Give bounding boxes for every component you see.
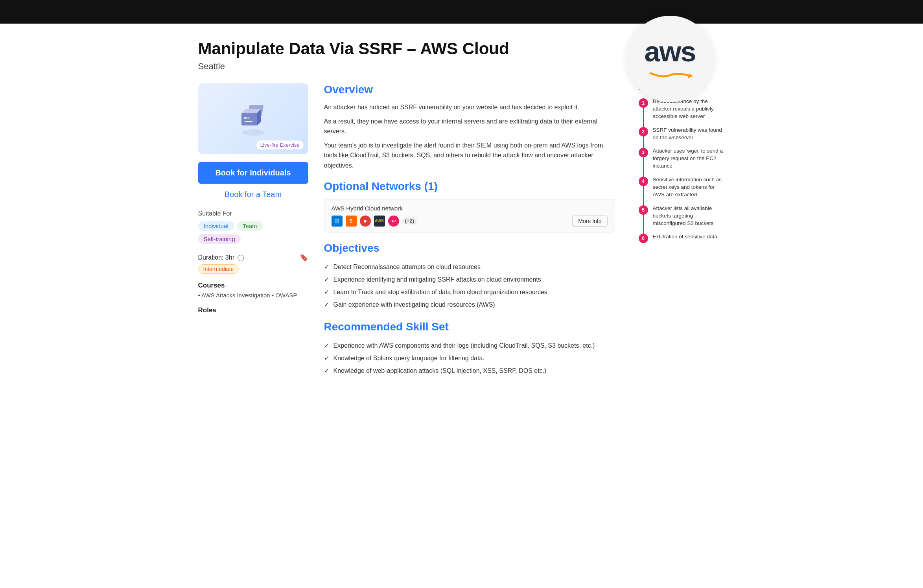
courses-label: Courses <box>198 282 308 289</box>
duration-section: Duration: 3hr i 🔖 Intermediate <box>198 253 308 274</box>
flow-text-5: Attacker lists all available buckets tar… <box>653 205 725 227</box>
flow-step-2: 2 SSRF vulnerability was found on the we… <box>639 127 725 142</box>
network-icons-row: ⊞ S ● AWS ↩ (+2) More Info <box>332 216 608 227</box>
main-layout: Live-fire Exercise Book for Individuals … <box>198 83 725 393</box>
overview-title: Overview <box>324 83 615 96</box>
more-info-button[interactable]: More Info <box>572 216 607 227</box>
objective-item: Detect Reconnaissance attempts on cloud … <box>324 261 615 273</box>
aws-logo-arrow <box>647 67 694 79</box>
level-badge: Intermediate <box>198 264 239 274</box>
flow-text-2: SSRF vulnerability was found on the webs… <box>653 127 725 142</box>
suitable-for-section: Suitable For Individual Team Self-traini… <box>198 210 308 244</box>
tag-row: Individual Team Self-training <box>198 221 308 244</box>
svg-rect-3 <box>241 113 257 125</box>
aws-logo-container: aws <box>627 16 713 102</box>
flow-text-4: Sensitive information such as secret key… <box>653 176 725 199</box>
network-card: AWS Hybrid Cloud network ⊞ S ● AWS ↩ (+2… <box>324 199 615 232</box>
duration-row: Duration: 3hr i 🔖 <box>198 253 308 262</box>
svg-point-1 <box>242 129 264 136</box>
book-individuals-button[interactable]: Book for Individuals <box>198 162 308 184</box>
flow-number-4: 4 <box>639 177 648 186</box>
windows-icon: ⊞ <box>332 216 343 227</box>
duration-text: Duration: 3hr i <box>198 254 244 261</box>
aws-logo: aws <box>644 37 695 81</box>
flow-text-6: Exfiltration of sensitive data <box>653 233 717 243</box>
objective-item: Gain experience with investigating cloud… <box>324 299 615 311</box>
exercise-image: Live-fire Exercise <box>198 83 308 154</box>
aws-logo-text: aws <box>644 37 695 66</box>
tag-team: Team <box>237 221 263 231</box>
roles-section: Roles <box>198 306 308 314</box>
flow-step-3: 3 Attacker uses 'wget' to send a forgery… <box>639 147 725 170</box>
live-fire-badge: Live-fire Exercise <box>256 140 304 149</box>
optional-networks-title: Optional Networks (1) <box>324 180 615 193</box>
svg-marker-0 <box>688 74 693 78</box>
info-icon[interactable]: i <box>238 255 244 261</box>
courses-text: • AWS Attacks Investigation • OWASP <box>198 292 308 299</box>
overview-para-3: Your team's job is to investigate the al… <box>324 140 615 171</box>
flow-number-1: 1 <box>639 98 648 108</box>
page-title: Manipulate Data Via SSRF – AWS Cloud <box>198 39 513 58</box>
svg-point-7 <box>247 117 250 119</box>
left-panel: Live-fire Exercise Book for Individuals … <box>198 83 308 377</box>
bookmark-icon[interactable]: 🔖 <box>300 253 308 262</box>
server-illustration <box>234 99 273 138</box>
svg-point-6 <box>244 117 247 119</box>
skill-set-list: Experience with AWS components and their… <box>324 339 615 377</box>
skill-item: Knowledge of web-application attacks (SQ… <box>324 365 615 377</box>
objectives-list: Detect Reconnaissance attempts on cloud … <box>324 261 615 311</box>
flow-number-2: 2 <box>639 127 648 136</box>
skill-set-title: Recommended Skill Set <box>324 321 615 333</box>
book-team-link[interactable]: Book for a Team <box>198 190 308 199</box>
flow-number-3: 3 <box>639 148 648 157</box>
top-bar <box>0 0 923 24</box>
skill-item: Experience with AWS components and their… <box>324 339 615 352</box>
network-card-title: AWS Hybrid Cloud network <box>332 205 608 212</box>
more-net-icon: ↩ <box>388 216 399 227</box>
skill-item: Knowledge of Splunk query language for f… <box>324 352 615 365</box>
suitable-for-label: Suitable For <box>198 210 308 217</box>
flow-number-6: 6 <box>639 234 648 243</box>
splunk-icon: S <box>346 216 357 227</box>
flow-step-5: 5 Attacker lists all available buckets t… <box>639 205 725 227</box>
flow-step-4: 4 Sensitive information such as secret k… <box>639 176 725 199</box>
svg-rect-8 <box>245 121 252 122</box>
circle-icon: ● <box>360 216 371 227</box>
aws-net-icon: AWS <box>374 216 385 227</box>
tag-self-training: Self-training <box>198 234 241 244</box>
plus-badge: (+2) <box>402 217 417 225</box>
objective-item: Experience identifying and mitigating SS… <box>324 273 615 286</box>
overview-para-2: As a result, they now have access to you… <box>324 116 615 136</box>
middle-content: Overview An attacker has noticed an SSRF… <box>324 83 623 377</box>
flow-step-6: 6 Exfiltration of sensitive data <box>639 233 725 243</box>
tag-individual: Individual <box>198 221 234 231</box>
flow-number-5: 5 <box>639 205 648 215</box>
roles-label: Roles <box>198 306 308 314</box>
attack-flow-list: 1 Reconnaissance by the attacker reveals… <box>639 98 725 243</box>
objectives-title: Objectives <box>324 242 615 254</box>
right-panel: Attack Flow 1 Reconnaissance by the atta… <box>639 83 725 377</box>
flow-text-3: Attacker uses 'wget' to send a forgery r… <box>653 147 725 170</box>
courses-section: Courses • AWS Attacks Investigation • OW… <box>198 282 308 299</box>
overview-para-1: An attacker has noticed an SSRF vulnerab… <box>324 102 615 112</box>
flow-step-1: 1 Reconnaissance by the attacker reveals… <box>639 98 725 120</box>
objective-item: Learn to Track and stop exfiltration of … <box>324 286 615 299</box>
